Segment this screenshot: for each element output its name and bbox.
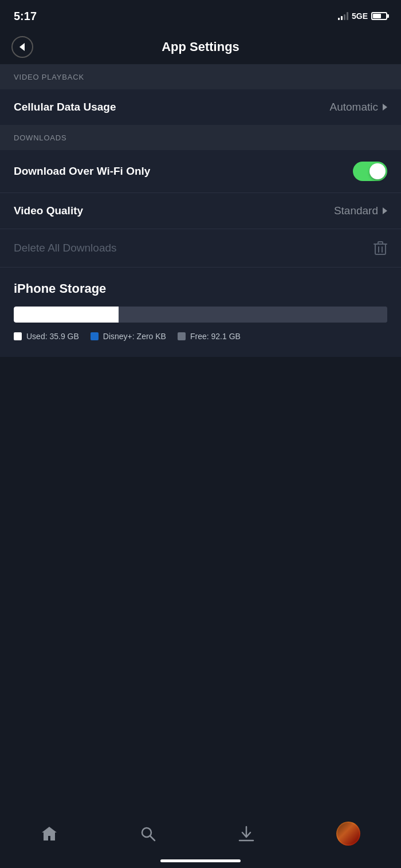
downloads-section: Download Over Wi-Fi Only Video Quality S… xyxy=(0,150,401,357)
status-time: 5:17 xyxy=(14,10,37,23)
storage-legend: Used: 35.9 GB Disney+: Zero KB Free: 92.… xyxy=(14,332,387,341)
delete-all-downloads-label: Delete All Downloads xyxy=(14,242,117,254)
nav-item-profile[interactable] xyxy=(325,819,372,848)
video-quality-row[interactable]: Video Quality Standard xyxy=(0,193,401,229)
nav-item-downloads[interactable] xyxy=(226,823,266,845)
back-chevron-icon xyxy=(19,43,25,51)
storage-bar-free xyxy=(119,307,387,323)
search-icon xyxy=(139,825,156,842)
wifi-only-row: Download Over Wi-Fi Only xyxy=(0,150,401,193)
trash-icon xyxy=(374,241,387,256)
downloads-label: DOWNLOADS xyxy=(14,133,66,142)
profile-avatar xyxy=(336,822,360,846)
legend-used-text: Used: 35.9 GB xyxy=(26,332,79,341)
svg-line-6 xyxy=(150,836,155,840)
legend-free-text: Free: 92.1 GB xyxy=(190,332,241,341)
header: App Settings xyxy=(0,30,401,64)
video-playback-section-header: VIDEO PLAYBACK xyxy=(0,64,401,89)
delete-all-downloads-row[interactable]: Delete All Downloads xyxy=(0,229,401,268)
storage-bar xyxy=(14,307,387,323)
video-quality-value: Standard xyxy=(334,205,387,217)
home-indicator xyxy=(160,859,241,862)
battery-icon xyxy=(371,12,387,20)
legend-disney-icon xyxy=(91,332,99,340)
bottom-navigation xyxy=(0,808,401,868)
legend-disney-text: Disney+: Zero KB xyxy=(103,332,166,341)
svg-rect-2 xyxy=(378,242,383,244)
nav-items xyxy=(0,815,401,855)
storage-title: iPhone Storage xyxy=(14,281,387,296)
legend-free-icon xyxy=(178,332,186,340)
wifi-only-toggle[interactable] xyxy=(353,162,387,181)
downloads-section-header: DOWNLOADS xyxy=(0,125,401,150)
legend-disney: Disney+: Zero KB xyxy=(91,332,166,341)
storage-bar-used xyxy=(14,307,119,323)
svg-rect-0 xyxy=(375,244,386,254)
chevron-right-icon xyxy=(383,207,387,214)
home-icon xyxy=(41,825,58,842)
nav-item-search[interactable] xyxy=(128,823,168,845)
back-button[interactable] xyxy=(11,36,33,58)
cellular-data-usage-value: Automatic xyxy=(330,101,387,113)
status-bar: 5:17 5GE xyxy=(0,0,401,30)
network-type: 5GE xyxy=(352,11,368,21)
download-icon xyxy=(238,825,255,842)
video-quality-label: Video Quality xyxy=(14,205,83,217)
iphone-storage-section: iPhone Storage Used: 35.9 GB Disney+: Ze… xyxy=(0,268,401,357)
page-title: App Settings xyxy=(162,40,239,54)
video-playback-label: VIDEO PLAYBACK xyxy=(14,73,84,81)
nav-item-home[interactable] xyxy=(29,823,69,845)
chevron-right-icon xyxy=(383,104,387,111)
status-icons: 5GE xyxy=(338,11,387,21)
legend-free: Free: 92.1 GB xyxy=(178,332,241,341)
signal-bars-icon xyxy=(338,12,348,20)
cellular-data-usage-label: Cellular Data Usage xyxy=(14,101,116,113)
wifi-only-label: Download Over Wi-Fi Only xyxy=(14,165,150,178)
legend-used: Used: 35.9 GB xyxy=(14,332,79,341)
legend-used-icon xyxy=(14,332,22,340)
video-playback-section: Cellular Data Usage Automatic xyxy=(0,89,401,125)
toggle-knob xyxy=(369,163,386,179)
cellular-data-usage-row[interactable]: Cellular Data Usage Automatic xyxy=(0,89,401,125)
